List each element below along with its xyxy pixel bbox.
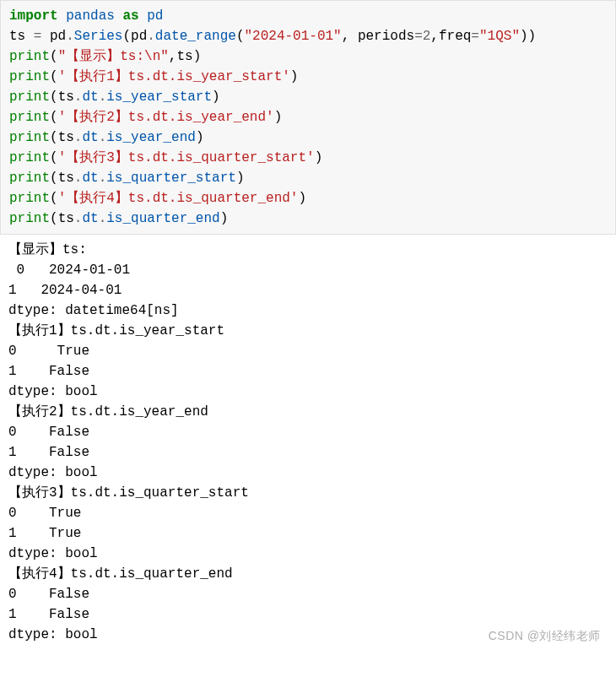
kwarg: freq <box>439 29 471 44</box>
code-line: print('【执行2】ts.dt.is_year_end') <box>9 110 282 125</box>
var-name: ts <box>9 29 25 44</box>
var: ts <box>58 89 74 105</box>
attr: is_quarter_end <box>106 211 219 226</box>
paren: ) <box>290 69 299 84</box>
string: "【显示】ts:\n" <box>58 49 169 64</box>
output-line: dtype: bool <box>8 465 98 480</box>
code-line: print('【执行4】ts.dt.is_quarter_end') <box>9 191 306 206</box>
output-line: dtype: datetime64[ns] <box>8 303 179 318</box>
code-line: ts = pd.Series(pd.date_range("2024-01-01… <box>9 29 536 44</box>
builtin-print: print <box>9 191 50 206</box>
paren: ( <box>50 69 58 84</box>
dot: . <box>66 29 74 44</box>
keyword-import: import <box>9 8 58 24</box>
dot: . <box>147 29 155 44</box>
builtin-print: print <box>9 211 50 226</box>
attr: is_year_end <box>106 130 196 145</box>
builtin-print: print <box>9 69 50 84</box>
string: '【执行3】ts.dt.is_quarter_start' <box>58 150 315 165</box>
output-line: 0 False <box>8 425 89 440</box>
paren: ) <box>236 171 245 186</box>
comma: , <box>169 49 177 64</box>
output-line: 1 True <box>8 526 81 541</box>
attr: Series <box>74 29 123 44</box>
module-name: pandas <box>66 8 115 24</box>
attr: dt <box>82 211 98 226</box>
paren: ( <box>50 110 58 125</box>
dot: . <box>99 130 107 145</box>
dot: . <box>99 89 107 105</box>
paren: ) <box>220 211 229 226</box>
var: ts <box>58 211 74 226</box>
output-line: 1 False <box>8 364 89 379</box>
keyword-as: as <box>122 8 138 24</box>
builtin-print: print <box>9 171 50 186</box>
ns: pd <box>131 29 147 44</box>
paren: ) <box>196 130 204 145</box>
paren: ) <box>193 49 202 64</box>
output-line: 【执行1】ts.dt.is_year_start <box>8 323 224 338</box>
string: '【执行1】ts.dt.is_year_start' <box>58 69 290 84</box>
builtin-print: print <box>9 130 50 145</box>
comma: , <box>342 29 358 44</box>
output-line: 【显示】ts: <box>8 242 87 257</box>
paren: ( <box>50 49 58 64</box>
code-line: import pandas as pd <box>9 8 163 24</box>
code-line: print(ts.dt.is_year_start) <box>9 89 220 105</box>
kwarg: periods <box>358 29 414 44</box>
builtin-print: print <box>9 110 50 125</box>
code-line: print(ts.dt.is_year_end) <box>9 130 203 145</box>
string: "1QS" <box>479 29 520 44</box>
alias-name: pd <box>147 8 163 24</box>
output-line: 1 False <box>8 445 89 460</box>
output-line: dtype: bool <box>8 384 98 399</box>
dot: . <box>74 171 83 186</box>
output-line: dtype: bool <box>8 546 98 561</box>
paren: ( <box>50 191 58 206</box>
attr: dt <box>82 171 98 186</box>
ns: pd <box>50 29 66 44</box>
output-line: 1 False <box>8 607 89 622</box>
paren: ( <box>50 130 58 145</box>
paren: )) <box>520 29 536 44</box>
output-cell: 【显示】ts: 0 2024-01-01 1 2024-04-01 dtype:… <box>0 235 616 650</box>
code-line: print(ts.dt.is_quarter_end) <box>9 211 228 226</box>
output-line: 0 True <box>8 506 81 521</box>
attr: dt <box>82 89 98 105</box>
code-line: print("【显示】ts:\n",ts) <box>9 49 201 64</box>
eq: = <box>471 29 479 44</box>
output-line: 0 2024-01-01 <box>8 263 130 278</box>
var: ts <box>58 130 74 145</box>
string: '【执行4】ts.dt.is_quarter_end' <box>58 191 299 206</box>
paren: ( <box>50 211 58 226</box>
code-line: print('【执行1】ts.dt.is_year_start') <box>9 69 298 84</box>
code-line: print(ts.dt.is_quarter_start) <box>9 171 244 186</box>
code-line: print('【执行3】ts.dt.is_quarter_start') <box>9 150 322 165</box>
output-line: 1 2024-04-01 <box>8 283 122 298</box>
eq: = <box>414 29 423 44</box>
watermark-text: CSDN @刘经纬老师 <box>489 627 601 645</box>
dot: . <box>74 89 83 105</box>
dot: . <box>74 130 83 145</box>
paren: ( <box>50 171 58 186</box>
builtin-print: print <box>9 150 50 165</box>
attr: date_range <box>155 29 236 44</box>
builtin-print: print <box>9 49 50 64</box>
paren: ( <box>122 29 131 44</box>
dot: . <box>99 211 107 226</box>
code-cell: import pandas as pd ts = pd.Series(pd.da… <box>0 0 616 235</box>
string: "2024-01-01" <box>244 29 341 44</box>
output-line: 【执行3】ts.dt.is_quarter_start <box>8 485 249 501</box>
attr: is_year_start <box>106 89 212 105</box>
builtin-print: print <box>9 89 50 105</box>
paren: ) <box>274 110 283 125</box>
paren: ( <box>50 150 58 165</box>
paren: ) <box>298 191 306 206</box>
paren: ) <box>315 150 323 165</box>
var: ts <box>176 49 192 64</box>
string: '【执行2】ts.dt.is_year_end' <box>58 110 274 125</box>
var: ts <box>58 171 74 186</box>
dot: . <box>74 211 83 226</box>
output-line: dtype: bool <box>8 627 98 642</box>
attr: dt <box>82 130 98 145</box>
